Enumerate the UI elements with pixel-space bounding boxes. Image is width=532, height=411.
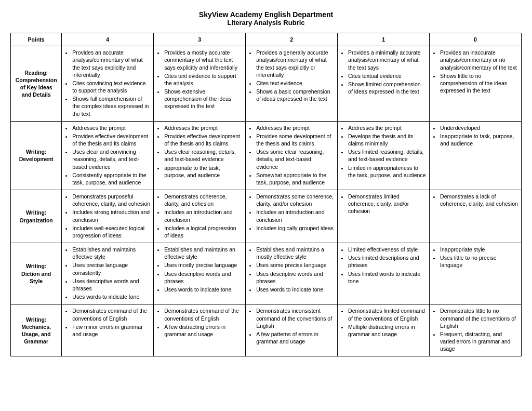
rubric-cell: Demonstrates coherence, clarity, and coh… xyxy=(154,190,246,243)
list-item: Includes strong introduction and conclus… xyxy=(72,208,150,223)
category-label: Writing:Mechanics,Usage, andGrammar xyxy=(11,304,62,356)
rubric-cell: Provides a minimally accurate analysis/c… xyxy=(338,46,430,122)
list-item: Provides some development of the thesis … xyxy=(256,132,334,147)
list-item: Uses words to indicate tone xyxy=(164,286,242,293)
col-header-4: 4 xyxy=(62,33,154,46)
list-item: Addresses the prompt xyxy=(256,124,334,131)
rubric-cell: Demonstrates limited coherence, clarity,… xyxy=(338,190,430,243)
list-item: Develops the thesis and its claims minim… xyxy=(348,132,426,147)
list-item: Demonstrates limited command of the conv… xyxy=(348,307,426,322)
table-row: Writing:Diction andStyleEstablishes and … xyxy=(11,243,522,304)
rubric-cell: Demonstrates limited command of the conv… xyxy=(338,304,430,356)
table-row: Writing:Mechanics,Usage, andGrammarDemon… xyxy=(11,304,522,356)
rubric-cell: UnderdevelopedInappropriate to task, pur… xyxy=(430,121,522,190)
title-line1: SkyView Academy English Department xyxy=(10,10,522,19)
list-item: Shows a basic comprehension of ideas exp… xyxy=(256,88,334,102)
list-item: A few patterns of errors in grammar and … xyxy=(256,330,334,345)
list-item: Establishes and maintains an effective s… xyxy=(164,246,242,260)
list-item: Addresses the prompt xyxy=(72,124,150,131)
page-title: SkyView Academy English Department Liter… xyxy=(10,10,522,26)
table-row: Writing:OrganizationDemonstrates purpose… xyxy=(11,190,522,243)
col-header-0: 0 xyxy=(430,33,522,46)
list-item: Provides effective development of the th… xyxy=(72,132,150,147)
list-item: Uses little to no precise language xyxy=(440,254,518,269)
list-item: Limited in appropriateness to the task, … xyxy=(348,164,426,179)
category-label: Writing:Development xyxy=(11,121,62,190)
list-item: Few minor errors in grammar and usage xyxy=(72,323,150,338)
list-item: Uses some precise language xyxy=(256,261,334,269)
rubric-cell: Provides a generally accurate analysis/c… xyxy=(246,46,338,122)
rubric-cell: Establishes and maintains an effective s… xyxy=(154,243,246,304)
list-item: Provides a minimally accurate analysis/c… xyxy=(348,49,426,71)
list-item: Inappropriate style xyxy=(440,246,518,253)
list-item: Cites convincing text evidence to suppor… xyxy=(72,79,150,94)
list-item: Demonstrates a lack of coherence, clarit… xyxy=(440,193,518,207)
rubric-cell: Demonstrates command of the conventions … xyxy=(62,304,154,356)
list-item: Uses words to indicate tone xyxy=(72,293,150,300)
list-item: Uses precise language consistently xyxy=(72,261,150,276)
list-item: Provides an accurate analysis/commentary… xyxy=(72,49,150,78)
category-label: Writing:Diction andStyle xyxy=(11,243,62,304)
rubric-cell: Limited effectiveness of styleUses limit… xyxy=(338,243,430,304)
rubric-cell: Provides an accurate analysis/commentary… xyxy=(62,46,154,122)
list-item: Inappropriate to task, purpose, and audi… xyxy=(440,132,518,147)
col-header-3: 3 xyxy=(154,33,246,46)
list-item: Provides effective development of the th… xyxy=(164,132,242,147)
rubric-cell: Demonstrates command of the conventions … xyxy=(154,304,246,356)
list-item: Demonstrates little to no command of the… xyxy=(440,307,518,329)
list-item: Somewhat appropriate to the task, purpos… xyxy=(256,171,334,186)
title-line2: Literary Analysis Rubric xyxy=(10,19,522,26)
list-item: Demonstrates command of the conventions … xyxy=(164,307,242,322)
list-item: Uses some clear reasoning, details, and … xyxy=(256,148,334,170)
rubric-cell: Demonstrates little to no command of the… xyxy=(430,304,522,356)
list-item: Uses limited words to indicate tone xyxy=(348,270,426,285)
rubric-cell: Establishes and maintains effective styl… xyxy=(62,243,154,304)
list-item: Uses words to indicate tone xyxy=(256,286,334,293)
list-item: Includes an introduction and conclusion xyxy=(164,208,242,223)
list-item: Consistently appropriate to the task, pu… xyxy=(72,171,150,186)
list-item: Uses limited descriptions and phrases xyxy=(348,254,426,269)
list-item: Demonstrates limited coherence, clarity,… xyxy=(348,193,426,215)
list-item: Uses descriptive words and phrases xyxy=(164,270,242,285)
list-item: Demonstrates inconsistent command of the… xyxy=(256,307,334,329)
list-item: Uses mostly precise language xyxy=(164,261,242,269)
col-header-points: Points xyxy=(11,33,62,46)
list-item: Addresses the prompt xyxy=(348,124,426,131)
list-item: appropriate to the task, purpose, and au… xyxy=(164,164,242,179)
list-item: Establishes and maintains a mostly effec… xyxy=(256,246,334,260)
list-item: Cites textual evidence xyxy=(348,72,426,79)
list-item: A few distracting errors in grammar and … xyxy=(164,323,242,338)
list-item: Shows little to no comprehension of the … xyxy=(440,72,518,95)
rubric-cell: Demonstrates some coherence, clarity, an… xyxy=(246,190,338,243)
col-header-1: 1 xyxy=(338,33,430,46)
list-item: Establishes and maintains effective styl… xyxy=(72,246,150,260)
list-item: Demonstrates purposeful coherence, clari… xyxy=(72,193,150,207)
table-row: Reading:Comprehensionof Key Ideasand Det… xyxy=(11,46,522,122)
list-item: Demonstrates coherence, clarity, and coh… xyxy=(164,193,242,207)
rubric-cell: Demonstrates inconsistent command of the… xyxy=(246,304,338,356)
category-label: Writing:Organization xyxy=(11,190,62,243)
rubric-cell: Addresses the promptProvides effective d… xyxy=(62,121,154,190)
list-item: Shows extensive comprehension of the ide… xyxy=(164,88,242,110)
col-header-2: 2 xyxy=(246,33,338,46)
list-item: Addresses the prompt xyxy=(164,124,242,131)
category-label: Reading:Comprehensionof Key Ideasand Det… xyxy=(11,46,62,122)
list-item: Uses descriptive words and phrases xyxy=(256,270,334,285)
list-item: Provides a mostly accurate commentary of… xyxy=(164,49,242,71)
rubric-cell: Inappropriate styleUses little to no pre… xyxy=(430,243,522,304)
rubric-table: Points 4 3 2 1 0 Reading:Comprehensionof… xyxy=(10,33,522,356)
rubric-cell: Addresses the promptDevelops the thesis … xyxy=(338,121,430,190)
list-item: Underdeveloped xyxy=(440,124,518,131)
list-item: Uses clear reasoning, details, and text-… xyxy=(164,148,242,163)
rubric-cell: Provides a mostly accurate commentary of… xyxy=(154,46,246,122)
list-item: Includes an introduction and conclusion xyxy=(256,208,334,223)
rubric-cell: Demonstrates a lack of coherence, clarit… xyxy=(430,190,522,243)
list-item: Demonstrates command of the conventions … xyxy=(72,307,150,322)
list-item: Uses descriptive words and phrases xyxy=(72,277,150,292)
list-item: Includes logically grouped ideas xyxy=(256,224,334,232)
list-item: Demonstrates some coherence, clarity, an… xyxy=(256,193,334,207)
list-item: Provides a generally accurate analysis/c… xyxy=(256,49,334,78)
list-item: Includes well-executed logical progressi… xyxy=(72,224,150,239)
list-item: Cites text evidence to support the analy… xyxy=(164,72,242,87)
list-item: Cites text evidence xyxy=(256,79,334,87)
